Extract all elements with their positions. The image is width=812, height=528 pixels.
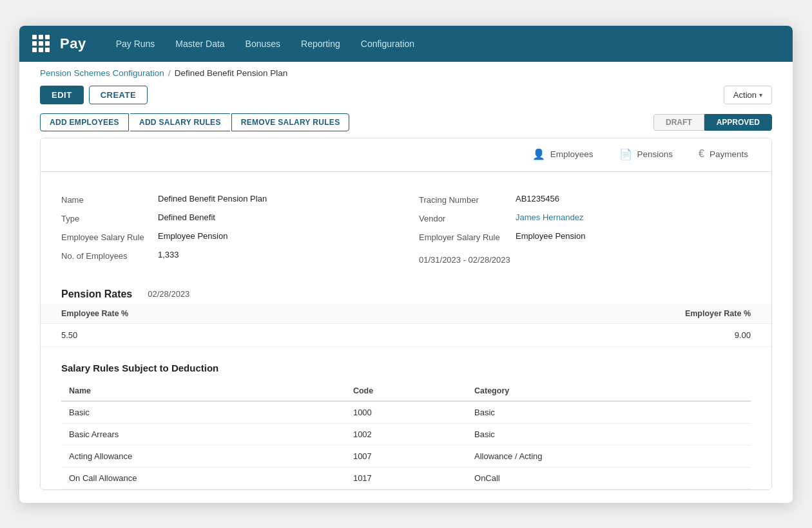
value-type: Defined Benefit: [158, 212, 215, 222]
remove-salary-rules-button[interactable]: REMOVE SALARY RULES: [231, 113, 350, 131]
value-name: Defined Benefit Pension Plan: [158, 194, 267, 203]
rule-category: Basic: [467, 423, 751, 445]
tab-pensions-label: Pensions: [637, 149, 673, 159]
field-employer-salary-rule: Employer Salary Rule Employee Pension: [419, 227, 751, 246]
label-employer-salary-rule: Employer Salary Rule: [419, 231, 516, 242]
field-name: Name Defined Benefit Pension Plan: [61, 190, 393, 209]
add-salary-rules-button[interactable]: ADD SALARY RULES: [130, 113, 230, 131]
col-category: Category: [467, 381, 751, 401]
add-employees-button[interactable]: ADD EMPLOYEES: [40, 113, 129, 131]
form-section: Name Defined Benefit Pension Plan Type D…: [41, 172, 771, 276]
euro-icon: €: [699, 148, 704, 160]
rule-name: Basic: [61, 401, 345, 424]
table-row: Basic 1000 Basic: [61, 401, 751, 424]
col-name: Name: [61, 381, 345, 401]
edit-button[interactable]: EDIT: [40, 86, 84, 104]
nav-bonuses[interactable]: Bonuses: [237, 33, 289, 54]
label-tracing-number: Tracing Number: [419, 194, 516, 205]
field-tracing-number: Tracing Number AB1235456: [419, 190, 751, 209]
rule-category: Allowance / Acting: [467, 445, 751, 467]
person-icon: 👤: [532, 148, 545, 160]
action-buttons-row: ADD EMPLOYEES ADD SALARY RULES REMOVE SA…: [40, 113, 349, 131]
col-employee-rate: Employee Rate %: [41, 304, 409, 324]
field-employee-salary-rule: Employee Salary Rule Employee Pension: [61, 227, 393, 246]
col-employer-rate: Employer Rate %: [409, 304, 771, 324]
pension-rates-title: Pension Rates: [61, 288, 132, 300]
label-type: Type: [61, 212, 158, 223]
tab-pensions[interactable]: 📄 Pensions: [606, 139, 686, 171]
breadcrumb-link[interactable]: Pension Schemes Configuration: [40, 68, 164, 78]
table-row: Basic Arrears 1002 Basic: [61, 423, 751, 445]
employee-rate-value: 5.50: [41, 323, 409, 346]
date-range-value: 01/31/2023 - 02/28/2023: [419, 255, 510, 265]
pension-rates-table: Employee Rate % Employer Rate % 5.50 9.0…: [41, 304, 771, 347]
salary-rules-table: Name Code Category Basic 1000 Basic Basi…: [61, 381, 751, 489]
main-window: Pay Pay Runs Master Data Bonuses Reporti…: [19, 26, 793, 503]
tab-payments-label: Payments: [710, 149, 748, 159]
value-no-employees: 1,333: [158, 250, 179, 259]
field-type: Type Defined Benefit: [61, 209, 393, 227]
tab-bar: 👤 Employees 📄 Pensions € Payments: [41, 138, 771, 172]
table-row: Acting Allowance 1007 Allowance / Acting: [61, 445, 751, 467]
rule-code: 1017: [345, 467, 467, 489]
breadcrumb-current: Defined Benefit Pension Plan: [175, 68, 288, 78]
nav-configuration[interactable]: Configuration: [352, 33, 423, 54]
workflow-step-draft[interactable]: DRAFT: [653, 114, 704, 131]
salary-rules-title: Salary Rules Subject to Deduction: [61, 363, 751, 373]
chevron-down-icon: ▾: [759, 91, 762, 99]
navbar: Pay Pay Runs Master Data Bonuses Reporti…: [19, 26, 793, 62]
form-grid: Name Defined Benefit Pension Plan Type D…: [61, 190, 751, 265]
breadcrumb: Pension Schemes Configuration / Defined …: [19, 62, 793, 82]
rule-code: 1007: [345, 445, 467, 467]
label-no-employees: No. of Employees: [61, 250, 158, 261]
form-right: Tracing Number AB1235456 Vendor James He…: [419, 190, 751, 265]
rule-code: 1000: [345, 401, 467, 424]
brand-logo: Pay: [60, 35, 86, 52]
tab-employees[interactable]: 👤 Employees: [519, 139, 606, 171]
rule-name: Basic Arrears: [61, 423, 345, 445]
value-employee-salary-rule: Employee Pension: [158, 231, 227, 241]
toolbar: EDIT CREATE Action ▾: [19, 82, 793, 111]
value-vendor[interactable]: James Hernandez: [516, 212, 584, 222]
col-code: Code: [345, 381, 467, 401]
create-button[interactable]: CREATE: [89, 86, 148, 104]
table-row: On Call Allowance 1017 OnCall: [61, 467, 751, 489]
salary-rules-section: Salary Rules Subject to Deduction Name C…: [41, 347, 771, 489]
tab-employees-label: Employees: [550, 149, 594, 159]
status-bar: ADD EMPLOYEES ADD SALARY RULES REMOVE SA…: [19, 111, 793, 138]
breadcrumb-separator: /: [168, 68, 171, 78]
field-vendor: Vendor James Hernandez: [419, 209, 751, 227]
nav-master-data[interactable]: Master Data: [166, 33, 233, 54]
workflow-steps: DRAFT APPROVED: [653, 114, 772, 131]
main-content-card: 👤 Employees 📄 Pensions € Payments Name D…: [40, 138, 772, 490]
value-tracing-number: AB1235456: [516, 194, 559, 203]
rate-row: 5.50 9.00: [41, 323, 771, 346]
rule-category: OnCall: [467, 467, 751, 489]
field-no-employees: No. of Employees 1,333: [61, 246, 393, 265]
rule-category: Basic: [467, 401, 751, 424]
rule-name: Acting Allowance: [61, 445, 345, 467]
grid-menu-icon[interactable]: [32, 35, 50, 52]
label-employee-salary-rule: Employee Salary Rule: [61, 231, 158, 242]
label-name: Name: [61, 194, 158, 205]
pension-rates-date: 02/28/2023: [148, 289, 189, 299]
document-icon: 📄: [619, 148, 632, 160]
action-button[interactable]: Action ▾: [724, 86, 772, 104]
nav-links: Pay Runs Master Data Bonuses Reporting C…: [107, 33, 780, 54]
nav-pay-runs[interactable]: Pay Runs: [107, 33, 164, 54]
pension-rates-header: Pension Rates 02/28/2023: [41, 276, 771, 304]
action-label: Action: [733, 90, 757, 100]
workflow-step-approved[interactable]: APPROVED: [704, 114, 772, 131]
nav-reporting[interactable]: Reporting: [292, 33, 349, 54]
form-left: Name Defined Benefit Pension Plan Type D…: [61, 190, 393, 265]
value-employer-salary-rule: Employee Pension: [516, 231, 585, 241]
label-vendor: Vendor: [419, 212, 516, 223]
tab-payments[interactable]: € Payments: [686, 139, 761, 170]
rule-code: 1002: [345, 423, 467, 445]
employer-rate-value: 9.00: [409, 323, 771, 346]
rule-name: On Call Allowance: [61, 467, 345, 489]
